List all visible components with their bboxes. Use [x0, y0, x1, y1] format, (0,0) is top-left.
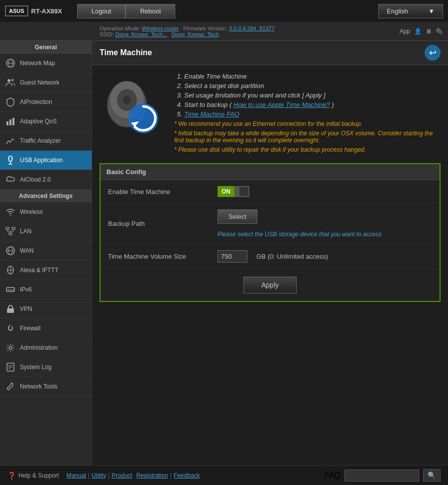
volume-size-control: GB (0: Unlimited access) [218, 250, 328, 263]
usb-icon[interactable]: 🔌 [436, 28, 443, 35]
sidebar-item-label: LAN [20, 228, 31, 235]
sidebar-item-adaptive-qos[interactable]: Adaptive QoS [0, 112, 92, 131]
time-machine-steps: Enable Time Machine Select a target disk… [174, 73, 441, 153]
help-support-label: Help & Support [18, 472, 59, 479]
svg-point-13 [10, 215, 11, 216]
content-body: Enable Time Machine Select a target disk… [92, 65, 448, 309]
person-icon[interactable]: 👤 [414, 28, 422, 35]
step-4: Start to backup ( How to use Apple Time … [184, 101, 441, 108]
sidebar-item-network-map[interactable]: Network Map [0, 54, 92, 73]
sidebar-item-aiprotection[interactable]: AiProtection [0, 93, 92, 112]
help-support: ❓ Help & Support [7, 472, 59, 480]
firmware-value[interactable]: 3.0.0.4.384_81377 [229, 25, 275, 31]
sidebar-item-administration[interactable]: Administration [0, 338, 92, 358]
sidebar-item-aicloud[interactable]: AiCloud 2.0 [0, 170, 92, 190]
sidebar-item-traffic-analyzer[interactable]: Traffic Analyzer [0, 131, 92, 151]
content-area: Time Machine ↩ [92, 41, 448, 465]
ssid-value1[interactable]: Dong_Knows_Tech... [115, 31, 167, 37]
backup-path-label: Backup Path [108, 220, 218, 227]
sidebar-item-alexa[interactable]: Alexa & IFTTT [0, 261, 92, 280]
utility-link[interactable]: Utility [92, 472, 106, 479]
usb-app-icon [5, 155, 16, 166]
logo-area: ASUS RT-AX89X [5, 5, 62, 16]
apply-row: Apply [101, 269, 440, 301]
logout-button[interactable]: Logout [77, 4, 126, 18]
faq-search-button[interactable]: 🔍 [423, 469, 441, 482]
page-title: Time Machine [100, 48, 152, 57]
sidebar-item-guest-network[interactable]: Guest Network [0, 73, 92, 93]
time-machine-faq-link[interactable]: Time Machine FAQ [184, 110, 239, 118]
sidebar-item-network-tools[interactable]: Network Tools [0, 377, 92, 396]
sidebar-item-vpn[interactable]: VPN [0, 299, 92, 319]
ssid-label: SSID: [100, 31, 114, 37]
enable-tm-control: ON [218, 186, 249, 197]
header: ASUS RT-AX89X Logout Reboot English ▼ [0, 0, 448, 22]
footer-faq: FAQ 🔍 [325, 469, 441, 482]
feedback-link[interactable]: Feedback [174, 472, 200, 479]
sidebar-item-usb-application[interactable]: USB Application [0, 151, 92, 170]
toggle-on-label[interactable]: ON [218, 186, 234, 197]
step-3: Set usage limitation if you want and cli… [184, 92, 441, 99]
globe2-icon [5, 245, 16, 256]
volume-size-row: Time Machine Volume Size GB (0: Unlimite… [101, 244, 440, 269]
brand-logo: ASUS [5, 5, 28, 16]
faq-search-input[interactable] [344, 470, 419, 482]
apply-button[interactable]: Apply [243, 277, 297, 293]
sidebar-item-ipv6[interactable]: IPv6 IPv6 [0, 280, 92, 299]
enable-tm-row: Enable Time Machine ON [101, 180, 440, 203]
main-layout: General Network Map Guest Network AiProt… [0, 41, 448, 465]
language-label: English [387, 7, 408, 15]
svg-point-38 [128, 103, 158, 133]
sidebar-item-label: USB Application [20, 157, 63, 164]
volume-size-input[interactable] [218, 250, 247, 263]
sidebar-item-wireless[interactable]: Wireless [0, 202, 92, 222]
svg-point-37 [123, 96, 131, 104]
apple-time-machine-link[interactable]: How to use Apple Time Machine? [233, 101, 330, 108]
globe-icon [5, 58, 16, 69]
svg-rect-14 [6, 227, 9, 229]
sidebar-item-wan[interactable]: WAN [0, 241, 92, 261]
select-button[interactable]: Select [218, 209, 257, 224]
sidebar-item-system-log[interactable]: System Log [0, 358, 92, 377]
time-machine-image [100, 73, 164, 137]
manual-link[interactable]: Manual [66, 472, 86, 479]
language-button[interactable]: English ▼ [378, 4, 443, 18]
registration-link[interactable]: Registration [136, 472, 168, 479]
sidebar-item-label: Wireless [20, 208, 43, 215]
monitor-icon[interactable]: 🖥 [426, 28, 432, 35]
sidebar-item-label: Guest Network [20, 79, 59, 86]
sidebar-item-lan[interactable]: LAN [0, 222, 92, 241]
sidebar-item-firewall[interactable]: Firewall [0, 319, 92, 338]
chart-icon [5, 116, 16, 127]
faq-label: FAQ [325, 471, 340, 480]
time-machine-intro: Enable Time Machine Select a target disk… [100, 73, 441, 153]
app-label: App [400, 28, 410, 35]
shield-icon [5, 97, 16, 107]
chevron-down-icon: ▼ [428, 7, 435, 15]
separator-4: | [170, 472, 172, 479]
sidebar-item-label: Administration [20, 344, 58, 351]
sidebar-item-label: Adaptive QoS [20, 118, 57, 125]
page-title-bar: Time Machine ↩ [92, 41, 448, 65]
operation-mode-value[interactable]: Wireless router [142, 25, 179, 31]
back-button[interactable]: ↩ [425, 45, 441, 61]
operation-mode-label: Operation Mode: [100, 25, 140, 31]
bar-chart-icon [5, 135, 16, 146]
toggle-slider[interactable] [234, 186, 249, 197]
info-icons: App 👤 🖥 🔌 [400, 28, 443, 35]
sidebar-item-label: Network Tools [20, 383, 57, 390]
svg-rect-7 [12, 118, 14, 125]
toggle-wrapper[interactable]: ON [218, 186, 249, 197]
svg-rect-15 [9, 233, 12, 235]
sidebar-item-label: Firewall [20, 325, 40, 332]
volume-suffix: GB (0: Unlimited access) [256, 253, 328, 260]
ssid-value2[interactable]: Dong_Knows_Tech [172, 31, 219, 37]
help-icon: ❓ [7, 472, 16, 480]
users-icon [5, 77, 16, 88]
product-link[interactable]: Product [112, 472, 132, 479]
backup-path-control: Select Please select the USB storage dev… [218, 209, 382, 238]
separator-2: | [108, 472, 110, 479]
reboot-button[interactable]: Reboot [125, 4, 175, 18]
lan-icon [5, 226, 16, 237]
step-2: Select a target disk partition [184, 82, 441, 90]
